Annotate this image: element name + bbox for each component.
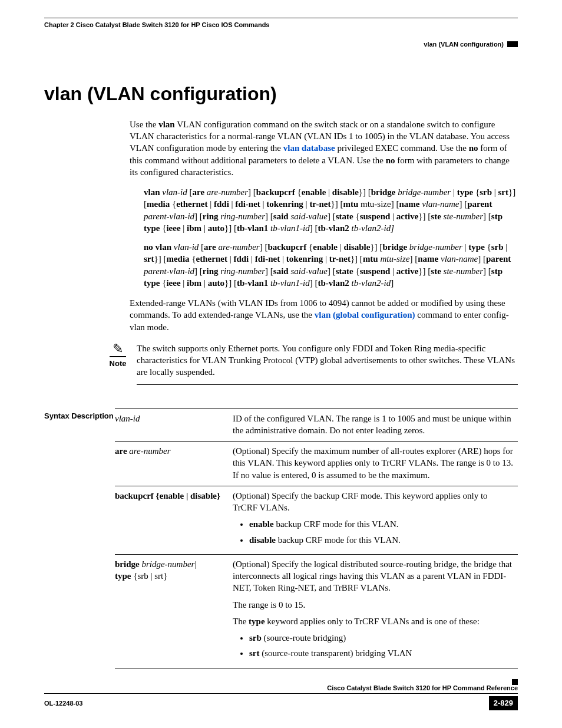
header-rule xyxy=(44,18,518,18)
table-row: vlan-id ID of the configured VLAN. The r… xyxy=(115,409,518,442)
section-header-bar: vlan (VLAN configuration) xyxy=(44,40,518,49)
page-footer: Cisco Catalyst Blade Switch 3120 for HP … xyxy=(44,684,518,710)
kw-srb: srb xyxy=(249,633,262,643)
note-text: The switch supports only Ethernet ports.… xyxy=(137,342,518,385)
keyword-vlan: vlan xyxy=(158,120,175,129)
page-title: vlan (VLAN configuration) xyxy=(44,81,518,107)
desc-vlan-id: ID of the configured VLAN. The range is … xyxy=(233,409,518,442)
text: backup CRF mode for this VLAN. xyxy=(274,519,399,529)
text: privileged EXEC command. Use the xyxy=(335,143,469,153)
link-vlan-global-config[interactable]: vlan (global configuration) xyxy=(315,310,415,319)
list-item: enable backup CRF mode for this VLAN. xyxy=(249,518,514,530)
link-vlan-database[interactable]: vlan database xyxy=(283,143,335,153)
kw-type: type xyxy=(249,617,265,626)
keyword-no: no xyxy=(469,143,478,153)
term-are-kw: are xyxy=(115,446,129,456)
text: | xyxy=(194,559,196,569)
text: (Optional) Specify the logical distribut… xyxy=(233,558,514,594)
text: backup CRF mode for this VLAN. xyxy=(276,535,401,545)
footer-marker-icon xyxy=(512,679,518,685)
chapter-header: Chapter 2 Cisco Catalyst Blade Switch 31… xyxy=(44,21,518,29)
text: Use the xyxy=(130,120,158,129)
kw-enable: enable xyxy=(249,519,274,529)
command-syntax-vlan: vlan vlan-id [are are-number] [backupcrf… xyxy=(144,186,518,289)
note-pen-icon: ✎ xyxy=(110,342,126,357)
table-row: backupcrf {enable | disable} (Optional) … xyxy=(115,486,518,554)
note-label: Note xyxy=(106,358,130,369)
term-type-kw: type xyxy=(115,571,133,581)
footer-book-title: Cisco Catalyst Blade Switch 3120 for HP … xyxy=(327,684,518,691)
text: (source-route transparent) bridging VLAN xyxy=(260,648,412,658)
table-row: bridge bridge-number| type {srb | srt} (… xyxy=(115,554,518,668)
table-row: are are-number (Optional) Specify the ma… xyxy=(115,442,518,486)
desc-bridge: (Optional) Specify the logical distribut… xyxy=(233,554,518,668)
term-bridge-kw: bridge xyxy=(115,559,141,569)
list-item: disable backup CRF mode for this VLAN. xyxy=(249,534,514,546)
syntax-description-label: Syntax Description xyxy=(44,409,115,668)
kw-disable: disable xyxy=(249,535,276,545)
desc-backupcrf: (Optional) Specify the backup CRF mode. … xyxy=(233,486,518,554)
extended-range-paragraph: Extended-range VLANs (with VLAN IDs from… xyxy=(130,297,518,333)
syntax-description-section: Syntax Description vlan-id ID of the con… xyxy=(44,409,518,668)
page-number-badge: 2-829 xyxy=(489,696,518,710)
text: keyword applies only to TrCRF VLANs and … xyxy=(265,617,480,626)
desc-are: (Optional) Specify the maximum number of… xyxy=(233,442,518,486)
keyword-no: no xyxy=(386,156,395,165)
list-item: srt (source-route transparent) bridging … xyxy=(249,647,514,659)
term-bridge-arg: bridge-number xyxy=(141,559,194,569)
text: The xyxy=(233,617,249,626)
header-marker-icon xyxy=(507,41,518,47)
kw-srt: srt xyxy=(249,648,260,658)
intro-paragraph: Use the vlan VLAN configuration command … xyxy=(130,118,518,178)
syntax-table: vlan-id ID of the configured VLAN. The r… xyxy=(115,409,518,668)
footer-doc-id: OL-12248-03 xyxy=(44,699,82,708)
term-backupcrf: backupcrf {enable | disable} xyxy=(115,491,220,500)
text: The range is 0 to 15. xyxy=(233,599,514,611)
term-are-arg: are-number xyxy=(129,446,170,456)
note-block: ✎ Note The switch supports only Ethernet… xyxy=(106,342,518,385)
list-item: srb (source-route bridging) xyxy=(249,632,514,644)
text: (source-route bridging) xyxy=(262,633,346,643)
term-vlan-id: vlan-id xyxy=(115,414,140,423)
text: (Optional) Specify the backup CRF mode. … xyxy=(233,490,514,514)
section-header-text: vlan (VLAN configuration) xyxy=(424,40,504,49)
term-type-opts: {srb | srt} xyxy=(133,571,167,581)
